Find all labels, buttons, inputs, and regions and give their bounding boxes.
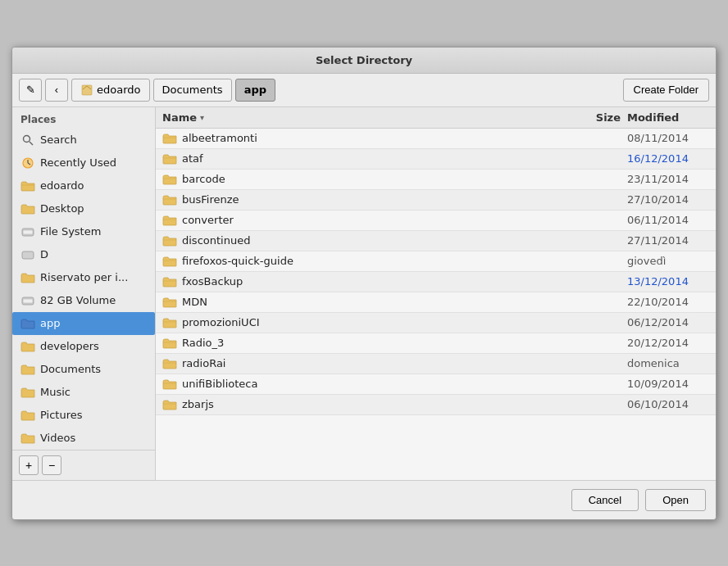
remove-bookmark-button[interactable]: − — [42, 455, 61, 475]
file-modified: 06/11/2014 — [627, 214, 709, 226]
edit-button[interactable]: ✎ — [19, 79, 42, 102]
sidebar-item-documents-label: Documents — [40, 363, 101, 375]
sidebar-item-desktop[interactable]: Desktop — [12, 197, 155, 220]
file-name: Radio_3 — [182, 337, 578, 349]
folder-icon — [162, 275, 177, 288]
sidebar-item-d-label: D — [40, 248, 48, 260]
open-button[interactable]: Open — [645, 489, 706, 511]
folder-desktop-icon — [20, 201, 35, 216]
table-row[interactable]: Radio_3 20/12/2014 — [156, 333, 716, 354]
col-modified-label: Modified — [627, 111, 679, 124]
sidebar-item-music[interactable]: Music — [12, 381, 155, 404]
table-row[interactable]: zbarjs 06/10/2014 — [156, 395, 716, 415]
file-name: zbarjs — [182, 398, 578, 410]
sidebar-item-edoardo[interactable]: edoardo — [12, 174, 155, 197]
clock-icon — [20, 156, 35, 170]
sidebar: Places Search — [12, 107, 156, 480]
sidebar-item-82gb[interactable]: 82 GB Volume — [12, 289, 155, 312]
folder-icon — [162, 316, 177, 329]
create-folder-button[interactable]: Create Folder — [623, 79, 709, 102]
table-row[interactable]: firefoxos-quick-guide giovedì — [156, 251, 716, 272]
file-modified: 06/12/2014 — [627, 316, 709, 328]
file-name: barcode — [182, 173, 578, 185]
file-name: unifiBiblioteca — [182, 378, 578, 390]
sidebar-item-developers-label: developers — [40, 340, 99, 352]
table-row[interactable]: fxosBackup 13/12/2014 — [156, 272, 716, 292]
back-icon: ‹ — [55, 84, 58, 96]
sidebar-item-d[interactable]: D — [12, 243, 155, 266]
file-name: busFirenze — [182, 193, 578, 206]
sidebar-item-recently-used[interactable]: Recently Used — [12, 152, 155, 174]
file-modified: 20/12/2014 — [627, 337, 709, 349]
volume-icon — [20, 293, 35, 308]
sidebar-item-82gb-label: 82 GB Volume — [40, 294, 116, 306]
table-row[interactable]: converter 06/11/2014 — [156, 211, 716, 231]
file-modified: 08/11/2014 — [627, 132, 709, 144]
folder-icon — [162, 214, 177, 227]
folder-app-icon — [20, 316, 35, 331]
toolbar: ✎ ‹ edoardo Documents app Create Folder — [12, 74, 716, 107]
file-name: promozioniUCI — [182, 316, 578, 328]
table-row[interactable]: ataf 16/12/2014 — [156, 149, 716, 170]
folder-icon — [162, 296, 177, 309]
table-row[interactable]: promozioniUCI 06/12/2014 — [156, 313, 716, 333]
folder-icon — [162, 337, 177, 350]
breadcrumb-app-label: app — [244, 84, 266, 96]
svg-rect-0 — [82, 85, 92, 95]
breadcrumb-edoardo[interactable]: edoardo — [71, 79, 150, 102]
breadcrumb-app[interactable]: app — [235, 79, 275, 102]
sidebar-item-filesystem-label: File System — [40, 225, 101, 238]
table-row[interactable]: albeetramonti 08/11/2014 — [156, 129, 716, 149]
file-modified: 13/12/2014 — [627, 275, 709, 288]
sidebar-item-documents[interactable]: Documents — [12, 358, 155, 381]
file-modified: giovedì — [627, 255, 709, 267]
file-name: converter — [182, 214, 578, 226]
table-row[interactable]: busFirenze 27/10/2014 — [156, 190, 716, 211]
file-modified: 22/10/2014 — [627, 296, 709, 308]
cancel-button[interactable]: Cancel — [571, 489, 639, 511]
folder-icon — [162, 234, 177, 247]
folder-documents-icon — [20, 362, 35, 377]
dialog-footer: Cancel Open — [12, 480, 716, 519]
sidebar-item-pictures[interactable]: Pictures — [12, 404, 155, 427]
file-name: ataf — [182, 152, 578, 165]
table-row[interactable]: MDN 22/10/2014 — [156, 292, 716, 313]
file-list-container[interactable]: Name ▾ Size Modified albeetramonti 08/11… — [156, 107, 716, 480]
table-row[interactable]: unifiBiblioteca 10/09/2014 — [156, 374, 716, 395]
table-row[interactable]: radioRai domenica — [156, 354, 716, 374]
svg-line-2 — [30, 142, 33, 145]
file-name: radioRai — [182, 357, 578, 369]
file-modified: domenica — [627, 357, 709, 369]
table-row[interactable]: discontinued 27/11/2014 — [156, 231, 716, 251]
file-modified: 10/09/2014 — [627, 378, 709, 390]
sidebar-item-recently-used-label: Recently Used — [40, 156, 116, 169]
table-row[interactable]: barcode 23/11/2014 — [156, 170, 716, 190]
sidebar-item-pictures-label: Pictures — [40, 409, 82, 421]
folder-pictures-icon — [20, 408, 35, 423]
col-size-label: Size — [596, 111, 621, 124]
sidebar-item-file-system[interactable]: File System — [12, 220, 155, 243]
breadcrumb-documents[interactable]: Documents — [153, 79, 232, 102]
sidebar-item-developers[interactable]: developers — [12, 335, 155, 358]
file-modified: 23/11/2014 — [627, 173, 709, 185]
sidebar-item-videos[interactable]: Videos — [12, 427, 155, 450]
drive-icon — [20, 224, 35, 239]
sidebar-item-app[interactable]: app — [12, 312, 155, 335]
back-button[interactable]: ‹ — [45, 79, 68, 102]
sidebar-item-videos-label: Videos — [40, 432, 75, 444]
add-bookmark-button[interactable]: + — [19, 455, 39, 475]
edit-icon: ✎ — [26, 84, 35, 96]
folder-icon — [162, 357, 177, 370]
sidebar-item-music-label: Music — [40, 386, 71, 398]
file-modified: 27/11/2014 — [627, 234, 709, 247]
svg-point-1 — [24, 135, 30, 142]
sidebar-item-riservato[interactable]: Riservato per i... — [12, 266, 155, 289]
file-modified: 06/10/2014 — [627, 398, 709, 410]
file-name: firefoxos-quick-guide — [182, 255, 578, 267]
sidebar-footer: + − — [12, 450, 155, 480]
search-icon — [20, 133, 35, 147]
home-icon — [80, 84, 93, 97]
sidebar-item-search[interactable]: Search — [12, 129, 155, 152]
sidebar-item-app-label: app — [40, 317, 60, 329]
folder-videos-icon — [20, 431, 35, 446]
